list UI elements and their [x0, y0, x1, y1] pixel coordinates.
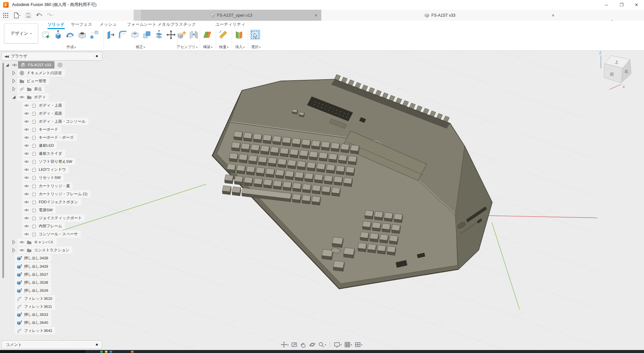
visibility-eye-off-icon[interactable] [18, 86, 25, 92]
visibility-eye-icon[interactable] [18, 247, 25, 253]
browser-row[interactable]: ジョイスティックポート [0, 214, 85, 222]
collapse-arrow-icon[interactable] [10, 78, 17, 84]
construction-plane-icon[interactable] [202, 29, 212, 40]
browser-row[interactable]: カートリッジ・フレーム (1) [0, 190, 91, 198]
ribbon-group-label[interactable]: 構築 ▾ [200, 44, 215, 49]
browser-row[interactable]: コンストラクション [0, 246, 72, 254]
document-tab[interactable]: FS-A1ST_open v13 × [141, 10, 321, 21]
browser-row[interactable]: 連射LED [0, 142, 57, 149]
document-tab-active[interactable]: FS-A1ST v33 × [321, 10, 558, 21]
ribbon-tab-2[interactable]: サーフェス [71, 22, 92, 27]
browser-row[interactable]: 押し出し3640 [0, 319, 51, 326]
ribbon-group-label[interactable]: 修正 ▾ [104, 44, 176, 49]
ribbon-tab-3[interactable]: メッシュ [100, 22, 117, 27]
browser-row[interactable]: キーボード [0, 126, 61, 133]
ribbon-group-label[interactable]: 挿入 ▾ [232, 44, 247, 49]
new-component-icon[interactable] [176, 29, 187, 40]
redo-icon[interactable]: ↷▾ [47, 12, 53, 19]
visibility-eye-icon[interactable] [23, 158, 30, 164]
browser-row[interactable]: ボディ [0, 93, 49, 101]
zoom-icon[interactable]: ▾ [318, 341, 326, 348]
select-icon[interactable] [250, 29, 261, 40]
shell-icon[interactable] [130, 29, 140, 40]
joint-icon[interactable] [188, 29, 199, 40]
visibility-eye-icon[interactable] [23, 134, 30, 140]
browser-row[interactable]: 押し出し3539 [0, 287, 51, 294]
extrude-icon[interactable] [53, 29, 63, 40]
ribbon-tab-4[interactable]: フォーム [127, 22, 144, 27]
visibility-eye-icon[interactable] [23, 183, 30, 189]
visibility-eye-icon[interactable] [23, 191, 30, 197]
ribbon-group-label[interactable]: 作成 ▾ [39, 44, 103, 49]
offset-face-icon[interactable] [154, 29, 164, 40]
visibility-eye-icon[interactable] [23, 174, 30, 181]
browser-row[interactable]: 押し出し3439 [0, 263, 51, 270]
visibility-eye-icon[interactable] [23, 231, 30, 237]
browser-row[interactable]: FDDイジェクトボタン [0, 198, 81, 206]
browser-row[interactable]: 原点 [0, 85, 45, 93]
browser-row[interactable]: 押し出し3537 [0, 271, 51, 278]
insert-canvas-icon[interactable] [234, 29, 245, 40]
browser-row[interactable]: 押し出し3438 [0, 254, 51, 262]
visibility-eye-icon[interactable] [18, 239, 25, 245]
revolve-icon[interactable] [65, 29, 75, 40]
tab-close-icon[interactable]: × [315, 13, 317, 18]
undo-icon[interactable]: ↶▾ [36, 12, 42, 19]
grid-settings-icon[interactable]: ▾ [344, 341, 352, 348]
visibility-eye-icon[interactable] [23, 118, 30, 124]
browser-scrollbar[interactable] [2, 63, 4, 278]
comment-bar[interactable]: コメント [1, 340, 102, 349]
visibility-eye-icon[interactable] [11, 62, 18, 68]
browser-row[interactable]: ソフト切り替えSW [0, 158, 75, 165]
viewports-icon[interactable]: ▾ [354, 341, 362, 348]
visibility-eye-icon[interactable] [23, 166, 30, 172]
browser-row[interactable]: キーボード・ポーズ [0, 134, 77, 141]
browser-row[interactable]: コンソール・スペーサ [0, 230, 81, 238]
visibility-eye-icon[interactable] [23, 223, 30, 229]
visibility-eye-icon[interactable] [23, 199, 30, 205]
browser-row[interactable]: 電源SW [0, 206, 56, 214]
ribbon-tab-6[interactable]: プラスチック [170, 22, 196, 27]
press-pull-icon[interactable] [106, 29, 116, 40]
file-menu-icon[interactable] [13, 12, 21, 18]
hand-pan-icon[interactable] [300, 341, 307, 348]
browser-row[interactable]: フィレット3611 [0, 303, 55, 310]
browser-row[interactable]: カートリッジ・蓋 [0, 182, 73, 190]
ribbon-group-label[interactable]: アセンブリ ▾ [175, 44, 199, 49]
ribbon-group-label[interactable]: 選択 ▾ [249, 44, 263, 49]
save-icon[interactable] [25, 12, 31, 18]
browser-row[interactable]: ビュー管理 [0, 77, 49, 85]
collapse-arrow-icon[interactable] [10, 70, 17, 76]
browser-row[interactable]: LEDウィンドウ [0, 166, 69, 173]
minimize-button[interactable]: ─ [599, 0, 614, 10]
close-button[interactable]: ✕ [629, 0, 644, 10]
collapse-arrow-icon[interactable] [10, 86, 17, 92]
ribbon-tab-7[interactable]: ユーティリティ [215, 22, 245, 27]
browser-row[interactable]: ボディ・底面 [0, 110, 65, 117]
pattern-icon[interactable] [89, 29, 100, 40]
comment-options-icon[interactable] [96, 344, 98, 346]
browser-row[interactable]: ボディ・上面・コンソール [0, 118, 89, 125]
collapse-arrow-icon[interactable] [10, 239, 17, 245]
fit-view-icon[interactable] [291, 341, 298, 348]
data-panel-icon[interactable] [3, 12, 9, 18]
expand-arrow-icon[interactable] [10, 94, 17, 100]
browser-row[interactable]: ボディ・上面 [0, 102, 65, 109]
pan-icon[interactable]: ▾ [281, 341, 289, 348]
browser-row[interactable]: ドキュメントの設定 [0, 69, 65, 77]
collapse-panel-icon[interactable]: ◀◀ [4, 54, 8, 58]
panel-options-icon[interactable] [96, 55, 98, 57]
fillet-icon[interactable] [118, 29, 128, 40]
ribbon-tab-1[interactable]: ソリッド [47, 22, 64, 27]
measure-icon[interactable] [218, 29, 228, 40]
visibility-eye-icon[interactable] [23, 142, 30, 148]
activate-component-icon[interactable] [56, 62, 64, 68]
display-settings-icon[interactable]: ▾ [334, 341, 342, 348]
browser-row[interactable]: 押し出し3538 [0, 279, 51, 286]
hole-icon[interactable] [77, 29, 88, 40]
browser-row[interactable]: キャンバス [0, 238, 57, 246]
visibility-eye-icon[interactable] [23, 150, 30, 156]
ribbon-tab-5[interactable]: シート メタル [144, 22, 170, 27]
visibility-eye-icon[interactable] [23, 110, 30, 116]
tab-close-icon[interactable]: × [552, 13, 554, 18]
